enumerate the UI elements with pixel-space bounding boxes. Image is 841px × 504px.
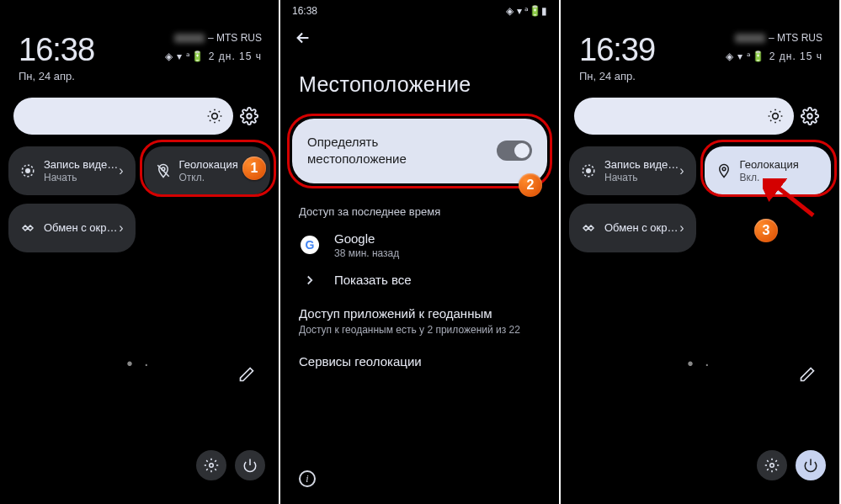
panel-2-location-settings: 16:38 ◈ ▾ ᵃ🔋▮ Местоположение Определятьм… — [280, 0, 561, 504]
app-location-permissions-sub: Доступ к геоданным есть у 2 приложений и… — [280, 321, 559, 336]
status-icons: ◈ ▾ ᵃ🔋 2 дн. 15 ч — [165, 50, 262, 62]
show-all-button[interactable]: Показать все — [280, 259, 559, 288]
arrow-left-icon — [294, 29, 312, 47]
date: Пн, 24 апр. — [19, 70, 94, 82]
nearby-share-icon — [20, 220, 35, 236]
chevron-right-icon — [299, 273, 321, 288]
device-settings-button[interactable] — [196, 450, 226, 480]
settings-button[interactable] — [233, 100, 265, 132]
svg-point-3 — [26, 169, 30, 173]
location-off-icon — [156, 163, 171, 178]
panel-1-quick-settings: 16:38 Пн, 24 апр. – MTS RUS ◈ ▾ ᵃ🔋 2 дн.… — [0, 0, 280, 504]
carrier: – MTS RUS — [726, 32, 822, 44]
svg-point-11 — [722, 167, 726, 171]
brightness-slider[interactable] — [13, 98, 233, 135]
recent-app-google[interactable]: G Google 38 мин. назад — [280, 218, 559, 259]
svg-point-10 — [587, 169, 591, 173]
tile-label: Запись виде… — [44, 158, 118, 172]
svg-point-8 — [807, 114, 812, 119]
tile-label: Обмен с окр… — [604, 221, 679, 235]
brightness-icon — [767, 108, 784, 125]
location-on-icon — [716, 163, 732, 178]
tile-nearby-share[interactable]: Обмен с окр… › — [8, 204, 136, 252]
recent-access-header: Доступ за последнее время — [280, 183, 559, 218]
qs-header: 16:39 Пн, 24 апр. – MTS RUS ◈ ▾ ᵃ🔋 2 дн.… — [561, 0, 839, 82]
chevron-right-icon: › — [119, 220, 123, 236]
gear-icon — [240, 107, 258, 125]
edit-tiles-button[interactable] — [238, 366, 255, 383]
chevron-right-icon: › — [679, 163, 684, 178]
svg-point-13 — [770, 464, 774, 468]
tile-location[interactable]: Геолокация Вкл. — [705, 146, 832, 195]
chevron-right-icon: › — [119, 163, 123, 178]
back-button[interactable] — [280, 17, 559, 47]
qs-tiles: Запись виде… Начать › Геолокация Откл. — [8, 146, 270, 195]
tile-screen-record[interactable]: Запись виде… Начать › — [569, 146, 696, 195]
page-indicator: • · — [687, 354, 712, 374]
qs-search-row — [13, 98, 265, 135]
panel-3-quick-settings: 16:39 Пн, 24 апр. – MTS RUS ◈ ▾ ᵃ🔋 2 дн.… — [561, 0, 841, 504]
power-icon — [803, 458, 818, 473]
tile-label: Геолокация — [179, 158, 238, 172]
qs-tiles: Запись виде… Начать › Геолокация Вкл. — [569, 146, 831, 195]
step-badge-2: 2 — [519, 173, 542, 197]
page-title: Местоположение — [280, 47, 559, 97]
clock: 16:39 — [579, 32, 655, 68]
tile-screen-record[interactable]: Запись виде… Начать › — [8, 146, 136, 195]
app-sub: 38 мин. назад — [334, 247, 399, 259]
power-button[interactable] — [796, 450, 826, 480]
gear-icon — [204, 458, 219, 473]
svg-point-1 — [247, 114, 252, 119]
settings-button[interactable] — [794, 100, 826, 132]
tile-sub: Откл. — [179, 172, 238, 183]
qs-bottom-actions — [196, 450, 265, 480]
pencil-icon — [799, 366, 816, 383]
record-icon — [20, 163, 35, 178]
app-name: Google — [334, 231, 399, 246]
toggle-label: Определятьместоположение — [307, 134, 407, 168]
chevron-right-icon: › — [679, 220, 684, 236]
tile-nearby-share[interactable]: Обмен с окр… › — [569, 204, 696, 252]
clock: 16:38 — [19, 32, 94, 68]
nearby-share-icon — [581, 220, 596, 236]
carrier: – MTS RUS — [165, 32, 262, 44]
info-icon[interactable]: i — [299, 470, 316, 487]
device-settings-button[interactable] — [757, 450, 787, 480]
svg-point-7 — [773, 114, 779, 119]
gear-icon — [764, 458, 780, 473]
qs-search-row — [574, 98, 826, 135]
google-logo-icon: G — [299, 236, 321, 254]
svg-point-6 — [210, 464, 214, 468]
svg-point-0 — [212, 114, 218, 119]
brightness-icon — [206, 108, 223, 125]
power-icon — [242, 458, 258, 473]
edit-tiles-button[interactable] — [799, 366, 816, 383]
tile-label: Геолокация — [740, 158, 799, 172]
tile-label: Запись виде… — [604, 158, 679, 172]
tile-sub: Вкл. — [740, 172, 799, 183]
switch-icon — [497, 141, 532, 161]
status-time: 16:38 — [292, 5, 317, 17]
step-badge-1: 1 — [242, 157, 266, 180]
tile-sub: Начать — [604, 172, 679, 183]
date: Пн, 24 апр. — [579, 70, 655, 82]
use-location-toggle[interactable]: Определятьместоположение — [292, 119, 547, 183]
status-icons: ◈ ▾ ᵃ🔋 2 дн. 15 ч — [726, 50, 822, 62]
power-button[interactable] — [235, 450, 265, 480]
location-services[interactable]: Сервисы геолокации — [280, 336, 559, 369]
tile-sub: Начать — [44, 172, 118, 183]
gear-icon — [801, 107, 819, 125]
pencil-icon — [238, 366, 255, 383]
qs-bottom-actions — [757, 450, 826, 480]
tile-label: Обмен с окр… — [44, 221, 118, 235]
status-bar: 16:38 ◈ ▾ ᵃ🔋▮ — [280, 0, 559, 17]
step-badge-3: 3 — [754, 219, 778, 242]
qs-header: 16:38 Пн, 24 апр. – MTS RUS ◈ ▾ ᵃ🔋 2 дн.… — [0, 0, 279, 82]
brightness-slider[interactable] — [574, 98, 794, 135]
status-icons: ◈ ▾ ᵃ🔋▮ — [506, 5, 547, 17]
page-indicator: • · — [126, 354, 152, 374]
record-icon — [581, 163, 596, 178]
app-location-permissions[interactable]: Доступ приложений к геоданным — [280, 288, 559, 321]
